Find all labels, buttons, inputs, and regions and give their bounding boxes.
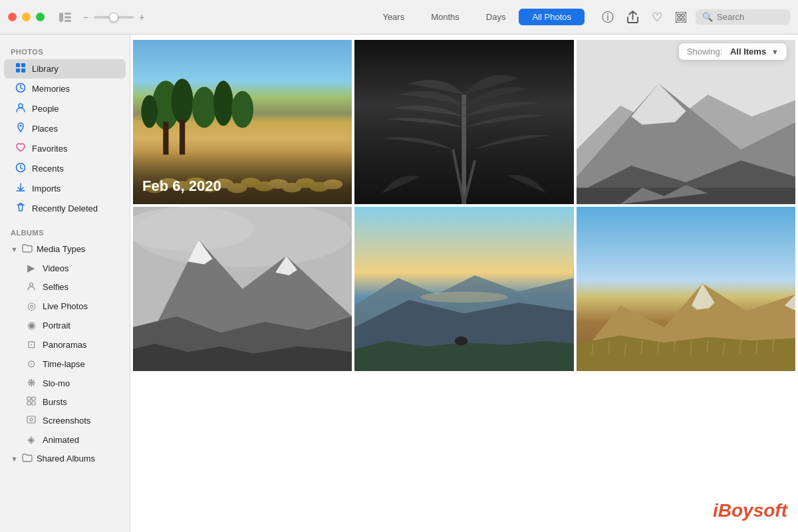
sidebar-item-recently-deleted[interactable]: Recently Deleted: [4, 199, 126, 218]
photo-cell-3[interactable]: [577, 40, 795, 204]
photo-cell-4[interactable]: [133, 207, 352, 371]
toolbar-left: − +: [55, 10, 147, 25]
sidebar-item-places[interactable]: Places: [4, 119, 126, 138]
zoom-slider[interactable]: [94, 16, 134, 19]
memories-icon: [15, 82, 27, 95]
svg-point-17: [30, 283, 33, 287]
zoom-minus-button[interactable]: −: [80, 11, 91, 24]
svg-rect-12: [21, 68, 25, 72]
shared-albums-label: Shared Albums: [37, 454, 95, 464]
tab-years[interactable]: Years: [369, 9, 418, 25]
sidebar-item-slo-mo[interactable]: ❋ Slo-mo: [4, 374, 126, 392]
sidebar-item-imports[interactable]: Imports: [4, 179, 126, 198]
memories-label: Memories: [32, 84, 70, 94]
sidebar-item-animated[interactable]: ◈ Animated: [4, 430, 126, 449]
library-label: Library: [32, 64, 59, 74]
tab-days[interactable]: Days: [473, 9, 519, 25]
sidebar-toggle-button[interactable]: [55, 10, 75, 25]
svg-point-14: [19, 104, 23, 108]
more-button[interactable]: [672, 9, 690, 25]
live-photos-icon: ◎: [25, 300, 37, 312]
search-box: 🔍: [696, 9, 790, 25]
bursts-icon: [25, 396, 37, 408]
sidebar-item-recents[interactable]: Recents: [4, 159, 126, 178]
photo-cell-2[interactable]: [354, 40, 573, 204]
photo-grid: Feb 6, 2020: [130, 35, 798, 374]
favorite-button[interactable]: ♡: [648, 7, 666, 27]
zoom-plus-button[interactable]: +: [136, 11, 147, 24]
sidebar-item-library[interactable]: Library: [4, 59, 126, 78]
minimize-button[interactable]: [22, 13, 31, 21]
portrait-label: Portrait: [43, 321, 70, 331]
sidebar-item-memories[interactable]: Memories: [4, 79, 126, 98]
shared-albums-chevron: ▼: [11, 455, 18, 463]
info-button[interactable]: ⓘ: [598, 7, 618, 28]
shared-albums-icon: [22, 453, 33, 464]
sidebar-item-people[interactable]: People: [4, 99, 126, 118]
bursts-label: Bursts: [43, 397, 67, 407]
svg-rect-18: [27, 397, 31, 400]
nav-tabs: Years Months Days All Photos: [369, 9, 585, 25]
sidebar-item-panoramas[interactable]: ⊡ Panoramas: [4, 335, 126, 354]
watermark-prefix: i: [713, 500, 718, 521]
showing-chevron-icon: ▼: [771, 48, 779, 56]
sidebar-item-favorites[interactable]: Favorites: [4, 139, 126, 158]
videos-label: Videos: [43, 263, 69, 273]
svg-rect-3: [65, 20, 71, 22]
selfies-icon: [25, 281, 37, 293]
selfies-label: Selfies: [43, 282, 68, 292]
svg-rect-22: [27, 416, 35, 423]
imports-label: Imports: [32, 184, 61, 194]
shared-albums-toggle[interactable]: ▼ Shared Albums: [4, 450, 126, 467]
recently-deleted-icon: [15, 202, 27, 215]
sidebar-item-videos[interactable]: ▶ Videos: [4, 259, 126, 277]
time-lapse-icon: ⊙: [25, 358, 37, 370]
showing-bar: Showing: All Items ▼: [678, 43, 787, 61]
toolbar-right: ⓘ ♡ 🔍: [598, 7, 790, 28]
showing-label: Showing:: [687, 47, 722, 57]
photo-cell-1[interactable]: Feb 6, 2020: [133, 40, 352, 204]
media-types-toggle[interactable]: ▼ Media Types: [4, 240, 126, 258]
maximize-button[interactable]: [36, 13, 45, 21]
sidebar-item-screenshots[interactable]: Screenshots: [4, 412, 126, 430]
sidebar-item-bursts[interactable]: Bursts: [4, 393, 126, 411]
recents-icon: [15, 162, 27, 175]
sidebar-item-portrait[interactable]: ◉ Portrait: [4, 316, 126, 334]
sidebar-item-selfies[interactable]: Selfies: [4, 278, 126, 296]
photos-section-label: Photos: [0, 43, 130, 59]
svg-rect-19: [32, 397, 35, 400]
svg-rect-10: [21, 63, 25, 67]
favorites-label: Favorites: [32, 144, 67, 154]
tab-all-photos[interactable]: All Photos: [519, 9, 585, 25]
svg-rect-11: [16, 68, 20, 72]
svg-rect-21: [32, 402, 35, 405]
titlebar: − + Years Months Days All Photos ⓘ ♡: [0, 0, 798, 35]
media-types-chevron: ▼: [11, 245, 18, 253]
media-types-label: Media Types: [37, 244, 85, 254]
sidebar-item-time-lapse[interactable]: ⊙ Time-lapse: [4, 354, 126, 373]
showing-dropdown[interactable]: Showing: All Items ▼: [678, 43, 787, 61]
sidebar-item-live-photos[interactable]: ◎ Live Photos: [4, 297, 126, 315]
places-label: Places: [32, 124, 58, 134]
svg-rect-6: [682, 14, 684, 17]
photo-cell-5[interactable]: [354, 207, 573, 371]
zoom-control: − +: [80, 11, 147, 24]
media-types-folder-icon: [22, 243, 33, 255]
svg-rect-2: [65, 16, 71, 18]
close-button[interactable]: [8, 13, 17, 21]
imports-icon: [15, 182, 27, 195]
photo-cell-6[interactable]: [577, 207, 795, 371]
svg-rect-8: [682, 18, 684, 21]
share-button[interactable]: [623, 8, 642, 26]
content-area: Showing: All Items ▼: [130, 35, 798, 532]
panoramas-label: Panoramas: [43, 340, 86, 350]
tab-months[interactable]: Months: [418, 9, 473, 25]
photo-date-label: Feb 6, 2020: [133, 151, 352, 204]
portrait-icon: ◉: [25, 319, 37, 331]
svg-point-15: [20, 125, 22, 127]
svg-point-23: [30, 418, 33, 421]
albums-section-label: Albums: [0, 223, 130, 239]
albums-section: Albums ▼ Media Types ▶ Videos: [0, 223, 130, 467]
search-input[interactable]: [717, 12, 783, 22]
svg-rect-1: [65, 13, 71, 15]
